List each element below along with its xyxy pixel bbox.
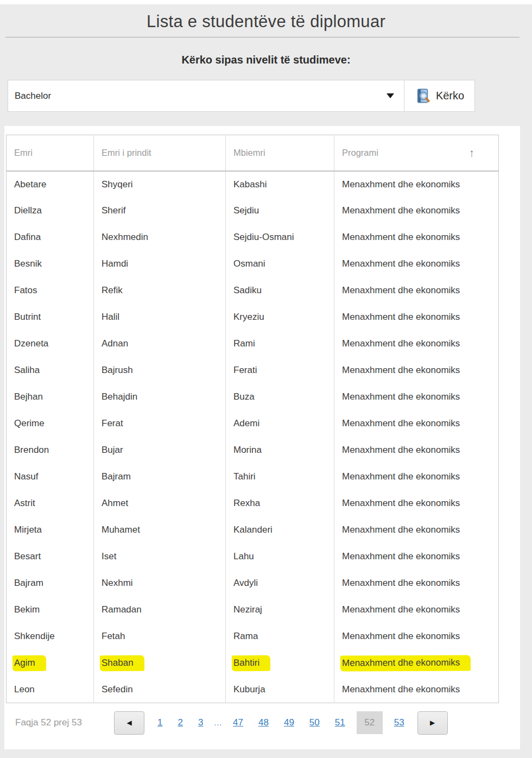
- column-header-emri[interactable]: Emri: [7, 135, 94, 171]
- table-row[interactable]: ShkendijeFetahRamaMenaxhment dhe ekonomi…: [7, 623, 499, 650]
- cell-text: Ademi: [233, 418, 259, 428]
- cell-text: Astrit: [14, 498, 35, 508]
- cell-text: Sejdiu-Osmani: [233, 232, 294, 242]
- table-row[interactable]: LeonSefedinKuburjaMenaxhment dhe ekonomi…: [7, 677, 499, 703]
- cell-text: Hamdi: [102, 258, 128, 269]
- cell-mbiemri: Rama: [226, 623, 334, 650]
- table-row[interactable]: AbetareShyqeriKabashiMenaxhment dhe ekon…: [7, 171, 499, 198]
- cell-emri: Nasuf: [7, 464, 94, 490]
- cell-programi: Menaxhment dhe ekonomiks: [334, 357, 499, 384]
- sort-ascending-icon: ↑: [469, 147, 475, 159]
- highlighted-cell-text: Bahtiri: [232, 655, 270, 671]
- table-row[interactable]: MirjetaMuhametKalanderiMenaxhment dhe ek…: [7, 517, 499, 544]
- cell-programi: Menaxhment dhe ekonomiks: [334, 331, 499, 357]
- cell-text: Menaxhment dhe ekonomiks: [342, 684, 460, 694]
- table-row[interactable]: BesartIsetLahuMenaxhment dhe ekonomiks: [7, 544, 499, 570]
- table-row[interactable]: AgimShabanBahtiriMenaxhment dhe ekonomik…: [7, 650, 499, 677]
- cell-emri: Qerime: [7, 410, 94, 437]
- title-divider: [5, 37, 520, 37]
- cell-text: Halil: [102, 312, 119, 322]
- table-row[interactable]: SalihaBajrushFeratiMenaxhment dhe ekonom…: [7, 357, 499, 384]
- cell-prindi: Ferat: [94, 410, 226, 437]
- cell-mbiemri: Ferati: [226, 357, 334, 384]
- pagination-prev-button[interactable]: ◀: [114, 711, 144, 735]
- cell-text: Bekim: [14, 604, 40, 615]
- search-button-label: Kërko: [436, 90, 464, 102]
- cell-text: Saliha: [14, 365, 40, 375]
- cell-text: Butrint: [14, 312, 41, 322]
- table-row[interactable]: QerimeFeratAdemiMenaxhment dhe ekonomiks: [7, 410, 499, 437]
- cell-emri: Leon: [7, 677, 94, 703]
- cell-mbiemri: Morina: [226, 437, 334, 464]
- table-row[interactable]: DiellzaSherifSejdiuMenaxhment dhe ekonom…: [7, 198, 499, 224]
- cell-text: Morina: [233, 445, 262, 455]
- cell-text: Dafina: [14, 232, 41, 242]
- cell-text: Ramadan: [102, 604, 142, 615]
- table-header-row: Emri Emri i prindit Mbiemri Programi ↑: [7, 135, 499, 171]
- cell-prindi: Behajdin: [94, 384, 226, 410]
- cell-text: Adnan: [102, 338, 128, 349]
- table-row[interactable]: BejhanBehajdinBuzaMenaxhment dhe ekonomi…: [7, 384, 499, 410]
- page-link-48[interactable]: 48: [258, 717, 269, 728]
- cell-text: Menaxhment dhe ekonomiks: [342, 338, 460, 349]
- page-link-3[interactable]: 3: [198, 717, 203, 728]
- cell-text: Kryeziu: [233, 312, 264, 322]
- cell-prindi: Iset: [94, 544, 226, 570]
- page-link-49[interactable]: 49: [284, 717, 294, 728]
- cell-programi: Menaxhment dhe ekonomiks: [334, 490, 499, 517]
- cell-prindi: Muhamet: [94, 517, 226, 544]
- column-header-label: Mbiemri: [233, 148, 265, 158]
- table-row[interactable]: BajramNexhmiAvdyliMenaxhment dhe ekonomi…: [7, 570, 499, 597]
- search-button[interactable]: Kërko: [404, 80, 474, 111]
- cell-text: Muhamet: [102, 525, 140, 535]
- cell-prindi: Refik: [94, 277, 226, 304]
- cell-emri: Shkendije: [7, 623, 94, 650]
- highlighted-cell-text: Shaban: [100, 655, 144, 671]
- table-row[interactable]: ButrintHalilKryeziuMenaxhment dhe ekonom…: [7, 304, 499, 331]
- column-header-emri-i-prindit[interactable]: Emri i prindit: [94, 135, 226, 171]
- table-row[interactable]: DafinaNexhmedinSejdiu-OsmaniMenaxhment d…: [7, 224, 499, 251]
- page-link-47[interactable]: 47: [233, 717, 243, 728]
- page-link-1[interactable]: 1: [157, 717, 162, 728]
- cell-prindi: Shaban: [94, 650, 226, 677]
- cell-programi: Menaxhment dhe ekonomiks: [334, 171, 499, 198]
- page-link-53[interactable]: 53: [394, 717, 404, 728]
- column-header-mbiemri[interactable]: Mbiemri: [226, 135, 334, 171]
- cell-text: Menaxhment dhe ekonomiks: [342, 365, 460, 375]
- cell-text: Mirjeta: [14, 525, 42, 535]
- page-link-2[interactable]: 2: [178, 717, 182, 728]
- cell-text: Rexha: [233, 498, 260, 508]
- cell-prindi: Bajram: [94, 464, 226, 490]
- cell-text: Menaxhment dhe ekonomiks: [342, 205, 460, 216]
- cell-text: Dzeneta: [14, 338, 48, 349]
- cell-text: Menaxhment dhe ekonomiks: [342, 179, 460, 190]
- cell-mbiemri: Osmani: [226, 251, 334, 277]
- highlighted-cell-text: Agim: [12, 655, 46, 671]
- table-row[interactable]: BesnikHamdiOsmaniMenaxhment dhe ekonomik…: [7, 251, 499, 277]
- table-row[interactable]: FatosRefikSadikuMenaxhment dhe ekonomiks: [7, 277, 499, 304]
- pagination-next-button[interactable]: ▶: [417, 711, 448, 735]
- cell-text: Menaxhment dhe ekonomiks: [342, 312, 460, 322]
- cell-text: Lahu: [233, 551, 254, 561]
- cell-prindi: Sefedin: [94, 677, 226, 703]
- column-header-programi[interactable]: Programi ↑: [334, 135, 499, 171]
- cell-emri: Brendon: [7, 437, 94, 464]
- book-magnifier-icon: [415, 88, 431, 104]
- table-row[interactable]: BekimRamadanNezirajMenaxhment dhe ekonom…: [7, 597, 499, 623]
- cell-text: Nasuf: [14, 471, 38, 482]
- table-row[interactable]: BrendonBujarMorinaMenaxhment dhe ekonomi…: [7, 437, 499, 464]
- cell-text: Buza: [233, 391, 255, 402]
- page-title: Lista e studentëve të diplomuar: [0, 12, 532, 31]
- cell-text: Menaxhment dhe ekonomiks: [342, 418, 460, 428]
- cell-emri: Astrit: [7, 490, 94, 517]
- table-row[interactable]: NasufBajramTahiriMenaxhment dhe ekonomik…: [7, 464, 499, 490]
- page-link-51[interactable]: 51: [335, 717, 345, 728]
- cell-text: Menaxhment dhe ekonomiks: [342, 604, 460, 615]
- table-row[interactable]: AstritAhmetRexhaMenaxhment dhe ekonomiks: [7, 490, 499, 517]
- page-link-50[interactable]: 50: [309, 717, 320, 728]
- cell-emri: Bejhan: [7, 384, 94, 410]
- table-row[interactable]: DzenetaAdnanRamiMenaxhment dhe ekonomiks: [7, 331, 499, 357]
- study-level-dropdown[interactable]: Bachelor: [8, 80, 404, 111]
- cell-programi: Menaxhment dhe ekonomiks: [334, 597, 499, 623]
- cell-mbiemri: Sejdiu: [226, 198, 334, 224]
